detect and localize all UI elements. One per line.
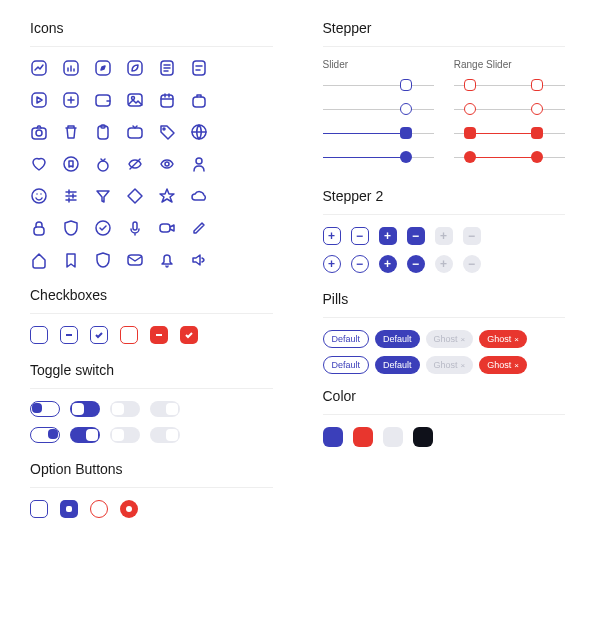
- range-slider-outline[interactable]: [454, 78, 565, 92]
- stepper-plus-fill-circle[interactable]: +: [379, 255, 397, 273]
- svg-rect-5: [193, 61, 205, 75]
- pill-ghost-red[interactable]: Ghost×: [479, 330, 527, 348]
- svg-rect-25: [34, 227, 44, 235]
- stepper-minus-outline[interactable]: −: [351, 227, 369, 245]
- image-icon: [126, 91, 144, 109]
- pill-fill-round[interactable]: Default: [375, 356, 420, 374]
- briefcase-icon: [190, 91, 208, 109]
- svg-rect-27: [133, 222, 137, 230]
- slider-round-blue[interactable]: [323, 102, 434, 116]
- close-icon[interactable]: ×: [461, 335, 466, 344]
- swatch-blue: [323, 427, 343, 447]
- close-icon[interactable]: ×: [461, 361, 466, 370]
- option-unchecked[interactable]: [30, 500, 48, 518]
- stepper-minus-disabled: −: [463, 227, 481, 245]
- checkbox-unchecked[interactable]: [30, 326, 48, 344]
- lock-icon: [30, 219, 48, 237]
- toggle-gray-on[interactable]: [150, 401, 180, 417]
- smiley-icon: [30, 187, 48, 205]
- pill-row-1: Default Default Ghost× Ghost×: [323, 330, 566, 348]
- checkbox-filled-minus[interactable]: [150, 326, 168, 344]
- icon-grid: [30, 59, 273, 269]
- checkboxes-title: Checkboxes: [30, 287, 273, 303]
- pills-title: Pills: [323, 291, 566, 307]
- option-radio-unchecked[interactable]: [90, 500, 108, 518]
- pill-ghost-red-round[interactable]: Ghost×: [479, 356, 527, 374]
- toggle-outline-on[interactable]: [30, 427, 60, 443]
- checkbox-error[interactable]: [120, 326, 138, 344]
- toggle-fill-off[interactable]: [70, 401, 100, 417]
- swatch-black: [413, 427, 433, 447]
- bookmark-circle-icon: [62, 155, 80, 173]
- shield-icon: [62, 219, 80, 237]
- svg-rect-29: [128, 255, 142, 265]
- slider-fill-round-blue[interactable]: [323, 150, 434, 164]
- svg-point-23: [196, 158, 202, 164]
- calendar-icon: [158, 91, 176, 109]
- mail-icon: [126, 251, 144, 269]
- pill-fill[interactable]: Default: [375, 330, 420, 348]
- stepper2-grid: + − + − + − + − + − + −: [323, 227, 566, 273]
- stepper-plus-disabled-circle: +: [435, 255, 453, 273]
- clipboard-icon: [94, 123, 112, 141]
- eye-icon: [158, 155, 176, 173]
- svg-rect-28: [160, 224, 170, 232]
- play-icon: [30, 91, 48, 109]
- check-circle-icon: [94, 219, 112, 237]
- document-icon: [158, 59, 176, 77]
- color-row: [323, 427, 566, 447]
- pill-outline[interactable]: Default: [323, 330, 370, 348]
- toggle-title: Toggle switch: [30, 362, 273, 378]
- home-icon: [30, 251, 48, 269]
- pill-ghost-gray[interactable]: Ghost×: [426, 330, 474, 348]
- chart-bar-icon: [62, 59, 80, 77]
- edit-icon: [190, 219, 208, 237]
- svg-rect-11: [161, 95, 173, 107]
- stepper-plus-fill[interactable]: +: [379, 227, 397, 245]
- stepper-minus-outline-circle[interactable]: −: [351, 255, 369, 273]
- option-title: Option Buttons: [30, 461, 273, 477]
- svg-point-21: [98, 161, 108, 171]
- range-slider-round[interactable]: [454, 102, 565, 116]
- option-radio-checked[interactable]: [120, 500, 138, 518]
- stepper-minus-fill-circle[interactable]: −: [407, 255, 425, 273]
- leaf-icon: [126, 59, 144, 77]
- slider-fill-blue[interactable]: [323, 126, 434, 140]
- svg-point-22: [165, 162, 169, 166]
- toggle-gray-on-2[interactable]: [150, 427, 180, 443]
- sliders-icon: [62, 187, 80, 205]
- range-slider-fill[interactable]: [454, 126, 565, 140]
- stepper-minus-fill[interactable]: −: [407, 227, 425, 245]
- toggle-outline-off[interactable]: [30, 401, 60, 417]
- divider: [30, 313, 273, 314]
- close-icon[interactable]: ×: [514, 361, 519, 370]
- slider-outline-blue[interactable]: [323, 78, 434, 92]
- user-icon: [190, 155, 208, 173]
- filter-icon: [94, 187, 112, 205]
- divider: [323, 214, 566, 215]
- option-row: [30, 500, 273, 518]
- mic-icon: [126, 219, 144, 237]
- pill-ghost-gray-round[interactable]: Ghost×: [426, 356, 474, 374]
- toggle-gray-off-2[interactable]: [110, 427, 140, 443]
- option-checked[interactable]: [60, 500, 78, 518]
- swatch-gray: [383, 427, 403, 447]
- toggle-gray-off[interactable]: [110, 401, 140, 417]
- pill-outline-round[interactable]: Default: [323, 356, 370, 374]
- checkbox-filled-check[interactable]: [180, 326, 198, 344]
- svg-rect-3: [128, 61, 142, 75]
- compass-icon: [94, 59, 112, 77]
- camera-icon: [30, 123, 48, 141]
- checkbox-checked[interactable]: [90, 326, 108, 344]
- ring-icon: [94, 155, 112, 173]
- stepper-plus-outline-circle[interactable]: +: [323, 255, 341, 273]
- stepper-plus-outline[interactable]: +: [323, 227, 341, 245]
- toggle-grid: [30, 401, 273, 443]
- close-icon[interactable]: ×: [514, 335, 519, 344]
- svg-point-20: [64, 157, 78, 171]
- toggle-fill-on[interactable]: [70, 427, 100, 443]
- range-slider-fill-round[interactable]: [454, 150, 565, 164]
- svg-point-18: [163, 128, 165, 130]
- checkbox-indeterminate[interactable]: [60, 326, 78, 344]
- stepper-plus-disabled: +: [435, 227, 453, 245]
